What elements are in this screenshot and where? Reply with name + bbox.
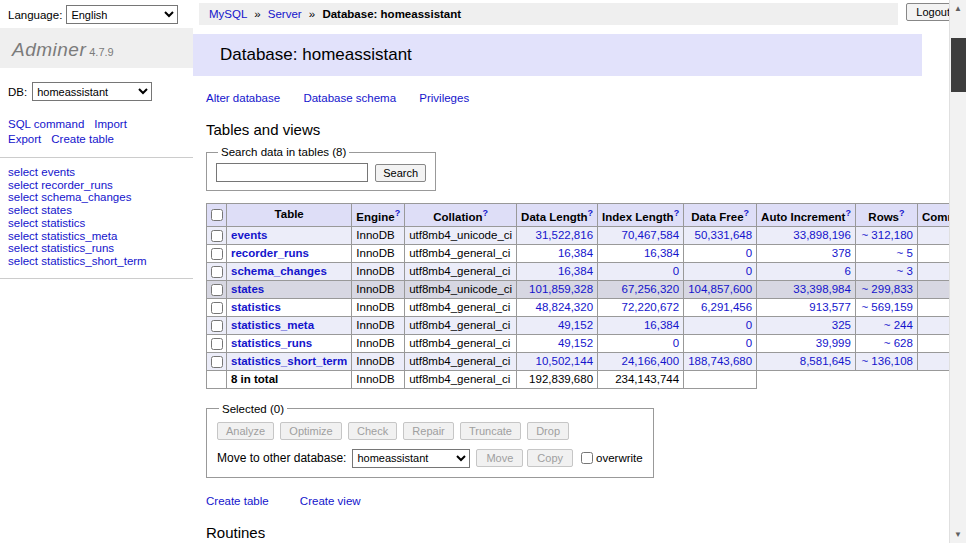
table-name-link[interactable]: statistics xyxy=(231,301,281,313)
truncate-button[interactable]: Truncate xyxy=(460,422,521,440)
table-name-link[interactable]: statistics_short_term xyxy=(231,355,347,367)
sidebar-item-select-recorder_runs[interactable]: select recorder_runs xyxy=(8,179,185,192)
scrollbar-up-arrow[interactable]: ▲ xyxy=(950,0,966,17)
column-help-link[interactable]: ? xyxy=(395,208,401,218)
data-free-link[interactable]: 50,331,648 xyxy=(695,229,753,241)
auto-increment-link[interactable]: 6 xyxy=(845,265,851,277)
import-link[interactable]: Import xyxy=(94,118,127,130)
column-help-link[interactable]: ? xyxy=(744,208,750,218)
move-button[interactable]: Move xyxy=(476,449,523,467)
data-length-link[interactable]: 16,384 xyxy=(558,265,593,277)
row-checkbox[interactable] xyxy=(211,284,223,296)
scrollbar-thumb[interactable] xyxy=(951,38,966,92)
optimize-button[interactable]: Optimize xyxy=(280,422,341,440)
db-select[interactable]: homeassistant xyxy=(32,82,152,101)
rows-link[interactable]: ~ 299,833 xyxy=(861,283,912,295)
rows-link[interactable]: ~ 3 xyxy=(897,265,913,277)
row-checkbox[interactable] xyxy=(211,248,223,260)
data-free-link[interactable]: 6,291,456 xyxy=(701,301,752,313)
index-length-link[interactable]: 0 xyxy=(673,337,679,349)
privileges-link[interactable]: Privileges xyxy=(419,92,469,104)
sidebar-item-select-schema_changes[interactable]: select schema_changes xyxy=(8,191,185,204)
breadcrumb-mysql-link[interactable]: MySQL xyxy=(209,8,247,20)
row-checkbox[interactable] xyxy=(211,356,223,368)
row-checkbox[interactable] xyxy=(211,230,223,242)
row-checkbox[interactable] xyxy=(211,266,223,278)
sidebar-item-select-events[interactable]: select events xyxy=(8,166,185,179)
rows-link[interactable]: ~ 312,180 xyxy=(861,229,912,241)
data-free-link[interactable]: 0 xyxy=(746,247,752,259)
overwrite-checkbox[interactable] xyxy=(581,452,593,464)
check-button[interactable]: Check xyxy=(348,422,397,440)
auto-increment-link[interactable]: 378 xyxy=(832,247,851,259)
table-name-link[interactable]: schema_changes xyxy=(231,265,327,277)
index-length-link[interactable]: 70,467,584 xyxy=(622,229,680,241)
breadcrumb-server-link[interactable]: Server xyxy=(268,8,302,20)
sidebar-item-select-states[interactable]: select states xyxy=(8,204,185,217)
column-help-link[interactable]: ? xyxy=(845,208,851,218)
create-view-link[interactable]: Create view xyxy=(300,495,361,507)
data-length-link[interactable]: 16,384 xyxy=(558,247,593,259)
data-free-link[interactable]: 0 xyxy=(746,319,752,331)
column-help-link[interactable]: ? xyxy=(482,208,488,218)
index-length-link[interactable]: 72,220,672 xyxy=(622,301,680,313)
scrollbar-down-arrow[interactable]: ▼ xyxy=(950,526,966,543)
table-name-link[interactable]: statistics_runs xyxy=(231,337,312,349)
auto-increment-link[interactable]: 913,577 xyxy=(809,301,851,313)
create-table-link[interactable]: Create table xyxy=(206,495,269,507)
select-all-checkbox[interactable] xyxy=(211,209,223,221)
table-name-link[interactable]: events xyxy=(231,229,267,241)
copy-button[interactable]: Copy xyxy=(527,449,573,467)
index-length-link[interactable]: 16,384 xyxy=(644,319,679,331)
rows-link[interactable]: ~ 5 xyxy=(897,247,913,259)
auto-increment-link[interactable]: 33,898,196 xyxy=(793,229,851,241)
repair-button[interactable]: Repair xyxy=(403,422,453,440)
sidebar-item-select-statistics_meta[interactable]: select statistics_meta xyxy=(8,230,185,243)
rows-link[interactable]: ~ 628 xyxy=(884,337,913,349)
data-length-link[interactable]: 31,522,816 xyxy=(536,229,594,241)
analyze-button[interactable]: Analyze xyxy=(217,422,274,440)
data-length-link[interactable]: 10,502,144 xyxy=(536,355,594,367)
data-free-link[interactable]: 188,743,680 xyxy=(688,355,752,367)
column-help-link[interactable]: ? xyxy=(899,208,905,218)
table-name-link[interactable]: recorder_runs xyxy=(231,247,309,259)
data-length-link[interactable]: 49,152 xyxy=(558,319,593,331)
column-help-link[interactable]: ? xyxy=(674,208,680,218)
sidebar-create-table-link[interactable]: Create table xyxy=(51,133,114,145)
rows-link[interactable]: ~ 136,108 xyxy=(861,355,912,367)
data-free-link[interactable]: 104,857,600 xyxy=(688,283,752,295)
sidebar-item-select-statistics_runs[interactable]: select statistics_runs xyxy=(8,242,185,255)
row-checkbox[interactable] xyxy=(211,302,223,314)
auto-increment-link[interactable]: 8,581,645 xyxy=(800,355,851,367)
auto-increment-link[interactable]: 39,999 xyxy=(816,337,851,349)
table-name-link[interactable]: statistics_meta xyxy=(231,319,314,331)
index-length-link[interactable]: 24,166,400 xyxy=(622,355,680,367)
auto-increment-link[interactable]: 325 xyxy=(832,319,851,331)
index-length-link[interactable]: 67,256,320 xyxy=(622,283,680,295)
row-checkbox[interactable] xyxy=(211,338,223,350)
sql-command-link[interactable]: SQL command xyxy=(8,118,84,130)
drop-button[interactable]: Drop xyxy=(527,422,569,440)
move-db-select[interactable]: homeassistant xyxy=(352,449,470,468)
index-length-link[interactable]: 16,384 xyxy=(644,247,679,259)
search-input[interactable] xyxy=(216,163,368,182)
rows-link[interactable]: ~ 569,159 xyxy=(861,301,912,313)
data-length-link[interactable]: 48,824,320 xyxy=(536,301,594,313)
row-checkbox[interactable] xyxy=(211,320,223,332)
sidebar-item-select-statistics[interactable]: select statistics xyxy=(8,217,185,230)
database-schema-link[interactable]: Database schema xyxy=(303,92,396,104)
sidebar-item-select-statistics_short_term[interactable]: select statistics_short_term xyxy=(8,255,185,268)
language-select[interactable]: English xyxy=(66,5,178,24)
column-help-link[interactable]: ? xyxy=(588,208,594,218)
data-free-link[interactable]: 0 xyxy=(746,337,752,349)
rows-link[interactable]: ~ 244 xyxy=(884,319,913,331)
data-length-link[interactable]: 49,152 xyxy=(558,337,593,349)
search-button[interactable]: Search xyxy=(375,164,426,182)
alter-database-link[interactable]: Alter database xyxy=(206,92,280,104)
auto-increment-link[interactable]: 33,398,984 xyxy=(793,283,851,295)
data-length-link[interactable]: 101,859,328 xyxy=(529,283,593,295)
export-link[interactable]: Export xyxy=(8,133,41,145)
index-length-link[interactable]: 0 xyxy=(673,265,679,277)
data-free-link[interactable]: 0 xyxy=(746,265,752,277)
table-name-link[interactable]: states xyxy=(231,283,264,295)
